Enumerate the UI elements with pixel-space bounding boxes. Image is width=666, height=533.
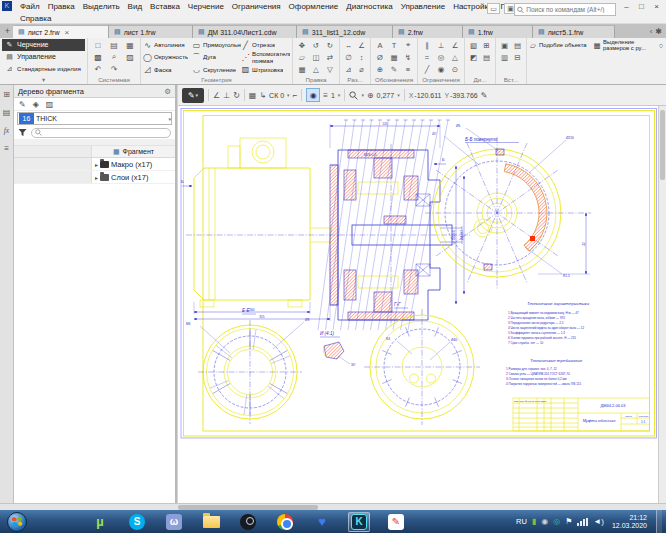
taskbar-chrome[interactable] [274,512,296,532]
edit-tool-icon[interactable]: ✥ [299,41,305,50]
style-pencil-button[interactable]: ✎▾ [182,88,204,103]
expand-arrow-icon[interactable]: ▸ [95,161,98,168]
line-style-select[interactable]: 16 THICK ▾ [17,112,172,125]
tree-search-input[interactable] [31,128,171,138]
menu-item-help[interactable]: Справка [16,14,55,23]
constraint-tool-icon[interactable]: ◎ [438,53,445,62]
taskbar-explorer[interactable] [200,512,222,532]
system-tool-icon[interactable]: □ [96,41,101,50]
dimension-tool-icon[interactable]: ⊿ [345,65,351,74]
action-center-flag-icon[interactable]: ⚑ [565,517,572,526]
tools-button[interactable]: ○ Контур по границе облас... [657,39,666,51]
picker-icon[interactable]: ✎ [481,91,488,100]
network-signal-icon[interactable] [577,518,588,526]
menu-item[interactable]: Правка [44,2,79,11]
grid-icon[interactable]: ▦ [249,91,257,100]
annotation-tool-icon[interactable]: Ø [377,53,383,62]
tools-button[interactable]: ▱ Подобие объекта [529,39,593,51]
rounding-toggle[interactable]: ◉ [306,88,320,102]
snap-perpendicular-icon[interactable]: ⊥ [223,91,230,100]
tray-app-icon[interactable]: ◉ [541,517,548,526]
drawing-canvas[interactable]: 260 315 Б Б [178,106,658,503]
annotation-tool-icon[interactable]: ↯ [405,53,411,62]
tab-list51[interactable]: ▤ лист5.1.frw [533,25,615,38]
system-tool-icon[interactable]: ⌕ [112,52,116,62]
tab-311list[interactable]: ▤ 311_list1_12.cdw [297,25,393,38]
system-tool-icon[interactable]: ↷ [111,65,118,74]
start-button[interactable] [7,512,27,532]
tab-1frw[interactable]: ▤ 1.frw [463,25,533,38]
insert-tool-icon[interactable]: ▣ [501,41,508,50]
dimension-tool-icon[interactable]: ∅ [345,53,352,62]
constraint-tool-icon[interactable]: ∠ [452,41,459,50]
geometry-tool-button[interactable]: ▭ Прямоугольник [192,39,241,51]
tree-panel-icon[interactable]: ⊞ [3,90,10,99]
gear-icon[interactable]: ⚙ [164,87,171,96]
tools-button[interactable]: ▦ Выделение размеров с ру... [593,39,657,51]
diagnostics-tool-icon[interactable]: ⊞ [483,41,489,50]
zoom-tool-icon[interactable] [349,91,358,100]
annotation-tool-icon[interactable]: A [377,41,382,50]
edit-tool-icon[interactable]: ◫ [312,53,319,62]
menu-item[interactable]: Черчение [184,2,228,11]
diagnostics-tool-icon[interactable]: ▤ [483,53,490,62]
annotation-tool-icon[interactable]: ✎ [391,65,397,74]
annotation-tool-icon[interactable]: ≡ [406,65,410,74]
edit-tool-icon[interactable]: △ [313,65,319,74]
tree-row-layers[interactable]: ▸ Слои (x17) [14,171,175,184]
menu-item[interactable]: Выделить [79,2,124,11]
panel-tool-image-icon[interactable]: ▨ [46,100,54,109]
edit-tool-icon[interactable]: ↻ [327,41,333,50]
menu-item[interactable]: Оформление [285,2,343,11]
new-tab-button[interactable]: + [2,25,13,38]
constraint-tool-icon[interactable]: = [425,53,429,62]
edit-tool-icon[interactable]: ⇄ [327,53,333,62]
menu-item[interactable]: Вид [124,2,146,11]
constraint-tool-icon[interactable]: ◉ [438,65,445,74]
tray-app2-icon[interactable]: ◎ [553,517,560,526]
annotation-tool-icon[interactable]: ⌖ [406,40,410,50]
menu-item[interactable]: Диагностика [342,2,396,11]
close-button[interactable]: × [649,0,664,13]
scrollbar-thumb[interactable] [660,110,665,180]
panel-tool-filter-icon[interactable]: ◈ [33,100,39,109]
tree-header[interactable]: ▦ Фрагмент [92,146,175,157]
insert-tool-icon[interactable]: ▥ [501,53,508,62]
layer-select[interactable]: 1 [331,92,335,99]
coordinate-system-select[interactable]: СК 0 [269,92,284,99]
constraint-tool-icon[interactable]: ⊙ [452,65,458,74]
horizontal-scrollbar[interactable] [0,503,666,510]
taskbar-discord[interactable]: ω [163,512,185,532]
command-search-input[interactable] [526,6,613,13]
language-indicator[interactable]: RU [516,517,527,526]
corner-icon[interactable]: ⌐ [293,91,298,100]
constraint-tool-icon[interactable]: ╱ [425,65,430,74]
taskbar-clock[interactable]: 21:12 12.03.2020 [612,514,647,530]
geometry-tool-button[interactable]: ⌒ Дуга [192,51,241,63]
insert-tool-icon[interactable]: ⊟ [514,53,520,62]
vertical-scrollbar[interactable] [658,106,666,503]
constraint-tool-icon[interactable]: ∥ [425,41,429,50]
tab-overflow-icon[interactable]: ‹ [650,25,653,38]
annotation-tool-icon[interactable]: ⊕ [377,65,383,74]
taskbar-health[interactable]: ♥ [311,512,333,532]
constraint-tool-icon[interactable]: ⊥ [438,41,445,50]
scale-value[interactable]: 0,277 [377,92,395,99]
dimension-tool-icon[interactable]: ↕ [360,53,364,62]
ribbon-tab-upravlenie[interactable]: ▤ Управление [2,51,85,63]
volume-icon[interactable]: ◄) [593,517,604,526]
edit-tool-icon[interactable]: ▦ [298,65,305,74]
ribbon-tab-standart[interactable]: ⊿ Стандартные изделия [2,63,85,75]
layers-panel-icon[interactable]: ▤ [3,108,11,117]
annotation-tool-icon[interactable]: T [392,41,397,50]
minimize-button[interactable]: – [619,0,634,13]
tab-2frw[interactable]: ▤ 2.frw [393,25,463,38]
diagnostics-tool-icon[interactable]: ◩ [470,53,477,62]
insert-tool-icon[interactable]: ▤ [514,41,521,50]
ribbon-tab-cherchenie[interactable]: ✎ Черчение [2,39,85,51]
constraint-tool-icon[interactable]: △ [452,53,458,62]
geometry-tool-button[interactable]: ╱ Отрезок [241,39,290,51]
command-search[interactable] [514,3,616,16]
geometry-tool-button[interactable]: ◯ Окружность [143,51,192,63]
menu-item[interactable]: Ограничения [228,2,285,11]
